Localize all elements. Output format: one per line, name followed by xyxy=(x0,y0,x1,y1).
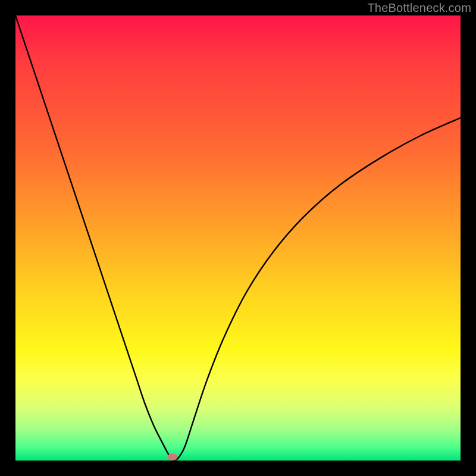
chart-frame: TheBottleneck.com xyxy=(0,0,476,476)
bottleneck-curve xyxy=(15,15,461,461)
optimum-marker xyxy=(168,454,177,461)
watermark-text: TheBottleneck.com xyxy=(367,1,471,15)
plot-area xyxy=(15,15,461,461)
